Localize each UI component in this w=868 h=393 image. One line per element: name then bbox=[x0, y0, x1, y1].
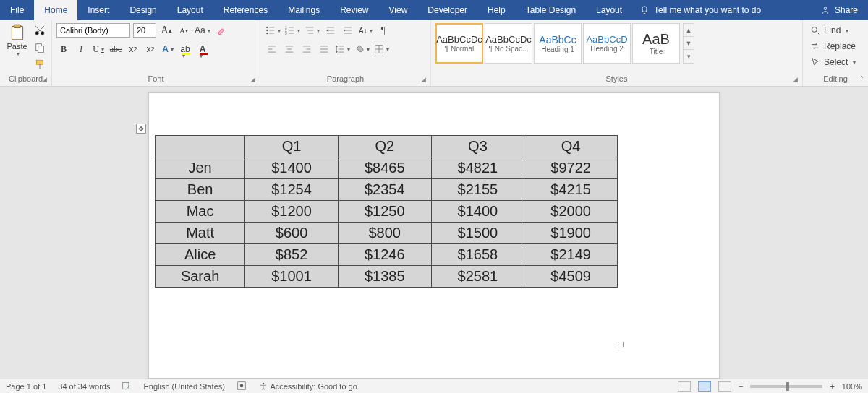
cell[interactable]: $2149 bbox=[524, 244, 618, 266]
style-title[interactable]: AaBTitle bbox=[632, 23, 680, 64]
tab-mailings[interactable]: Mailings bbox=[278, 0, 330, 20]
dialog-launcher-icon[interactable]: ◢ bbox=[793, 76, 798, 83]
row-name[interactable]: Matt bbox=[156, 223, 245, 244]
row-name[interactable]: Sarah bbox=[156, 266, 245, 288]
cell[interactable]: $1658 bbox=[431, 244, 524, 266]
underline-button[interactable]: U bbox=[91, 42, 106, 56]
cell[interactable]: $1385 bbox=[338, 266, 431, 288]
share-button[interactable]: Share bbox=[810, 0, 868, 20]
subscript-button[interactable]: x2 bbox=[126, 42, 140, 56]
cell[interactable]: $600 bbox=[245, 223, 339, 244]
tab-references[interactable]: References bbox=[213, 0, 278, 20]
blank-header[interactable] bbox=[156, 136, 245, 157]
sort-button[interactable]: A↓ bbox=[358, 23, 373, 38]
multilevel-list-button[interactable] bbox=[304, 23, 320, 38]
cell[interactable]: $2155 bbox=[431, 179, 524, 201]
row-name[interactable]: Mac bbox=[156, 201, 245, 223]
row-name[interactable]: Jen bbox=[156, 157, 245, 179]
paste-button[interactable]: Paste ▾ bbox=[4, 23, 30, 57]
table-row[interactable]: Jen$1400$8465$4821$9722 bbox=[156, 157, 618, 179]
align-center-button[interactable] bbox=[282, 42, 297, 56]
page-number[interactable]: Page 1 of 1 bbox=[6, 382, 46, 391]
replace-button[interactable]: Replace bbox=[807, 39, 859, 53]
spellcheck-icon[interactable] bbox=[122, 381, 132, 392]
cell[interactable]: $2581 bbox=[431, 266, 524, 288]
cell[interactable]: $1500 bbox=[431, 223, 524, 244]
cell[interactable]: $1254 bbox=[245, 179, 339, 201]
col-header[interactable]: Q2 bbox=[338, 136, 431, 157]
zoom-slider[interactable] bbox=[750, 385, 822, 388]
line-spacing-button[interactable] bbox=[334, 42, 351, 56]
table-resize-handle-icon[interactable] bbox=[618, 342, 624, 347]
dialog-launcher-icon[interactable]: ◢ bbox=[250, 76, 255, 83]
font-color-button[interactable]: A bbox=[195, 42, 210, 56]
cell[interactable]: $1250 bbox=[338, 201, 431, 223]
cell[interactable]: $800 bbox=[338, 223, 431, 244]
tab-home[interactable]: Home bbox=[34, 0, 77, 20]
shading-button[interactable] bbox=[354, 42, 370, 56]
tell-me-input[interactable]: Tell me what you want to do bbox=[632, 0, 768, 20]
style-heading-1[interactable]: AaBbCcHeading 1 bbox=[534, 23, 582, 64]
table-row[interactable]: Alice$852$1246$1658$2149 bbox=[156, 244, 618, 266]
tab-table-design[interactable]: Table Design bbox=[516, 0, 586, 20]
tab-layout[interactable]: Layout bbox=[586, 0, 632, 20]
italic-button[interactable]: I bbox=[74, 42, 88, 56]
tab-layout[interactable]: Layout bbox=[167, 0, 213, 20]
show-marks-button[interactable]: ¶ bbox=[376, 23, 391, 38]
cell[interactable]: $4821 bbox=[431, 157, 524, 179]
row-name[interactable]: Alice bbox=[156, 244, 245, 266]
col-header[interactable]: Q4 bbox=[524, 136, 618, 157]
data-table[interactable]: Q1Q2Q3Q4Jen$1400$8465$4821$9722Ben$1254$… bbox=[155, 135, 618, 288]
decrease-font-button[interactable]: A▾ bbox=[176, 23, 191, 38]
increase-font-button[interactable]: A▴ bbox=[159, 23, 174, 38]
bullets-button[interactable] bbox=[265, 23, 281, 38]
format-painter-button[interactable] bbox=[33, 58, 47, 72]
tab-view[interactable]: View bbox=[379, 0, 418, 20]
language-status[interactable]: English (United States) bbox=[143, 382, 225, 391]
dialog-launcher-icon[interactable]: ◢ bbox=[421, 76, 426, 83]
read-mode-button[interactable] bbox=[678, 381, 691, 392]
change-case-button[interactable]: Aa bbox=[194, 23, 211, 38]
style-heading-2[interactable]: AaBbCcDHeading 2 bbox=[583, 23, 631, 64]
word-count[interactable]: 34 of 34 words bbox=[58, 382, 110, 391]
justify-button[interactable] bbox=[317, 42, 331, 56]
cell[interactable]: $4509 bbox=[524, 266, 618, 288]
style--normal[interactable]: AaBbCcDc¶ Normal bbox=[435, 23, 483, 64]
cell[interactable]: $8465 bbox=[338, 157, 431, 179]
styles-scroll[interactable]: ▲▼▾ bbox=[683, 23, 694, 64]
macro-icon[interactable] bbox=[237, 381, 247, 392]
cell[interactable]: $4215 bbox=[524, 179, 618, 201]
select-button[interactable]: Select▾ bbox=[807, 55, 859, 69]
zoom-in-button[interactable]: + bbox=[830, 382, 834, 391]
highlight-button[interactable]: ab bbox=[178, 42, 192, 56]
increase-indent-button[interactable] bbox=[341, 23, 355, 38]
text-effects-button[interactable]: A bbox=[161, 42, 175, 56]
bold-button[interactable]: B bbox=[56, 42, 71, 56]
table-row[interactable]: Ben$1254$2354$2155$4215 bbox=[156, 179, 618, 201]
print-layout-button[interactable] bbox=[698, 381, 711, 392]
cut-button[interactable] bbox=[33, 23, 47, 38]
align-right-button[interactable] bbox=[299, 42, 314, 56]
tab-design[interactable]: Design bbox=[119, 0, 166, 20]
col-header[interactable]: Q1 bbox=[245, 136, 339, 157]
table-row[interactable]: Matt$600$800$1500$1900 bbox=[156, 223, 618, 244]
cell[interactable]: $9722 bbox=[524, 157, 618, 179]
row-name[interactable]: Ben bbox=[156, 179, 245, 201]
font-size-input[interactable] bbox=[133, 23, 156, 38]
table-row[interactable]: Sarah$1001$1385$2581$4509 bbox=[156, 266, 618, 288]
clear-formatting-button[interactable] bbox=[214, 23, 229, 38]
strikethrough-button[interactable]: abc bbox=[109, 42, 123, 56]
font-name-input[interactable] bbox=[56, 23, 130, 38]
cell[interactable]: $1200 bbox=[245, 201, 339, 223]
tab-help[interactable]: Help bbox=[477, 0, 516, 20]
dialog-launcher-icon[interactable]: ◢ bbox=[42, 76, 47, 83]
tab-review[interactable]: Review bbox=[330, 0, 378, 20]
cell[interactable]: $852 bbox=[245, 244, 339, 266]
col-header[interactable]: Q3 bbox=[431, 136, 524, 157]
align-left-button[interactable] bbox=[265, 42, 279, 56]
numbering-button[interactable]: 123 bbox=[284, 23, 301, 38]
cell[interactable]: $1246 bbox=[338, 244, 431, 266]
table-move-handle-icon[interactable]: ✥ bbox=[136, 124, 146, 134]
copy-button[interactable] bbox=[33, 40, 47, 55]
tab-developer[interactable]: Developer bbox=[417, 0, 477, 20]
